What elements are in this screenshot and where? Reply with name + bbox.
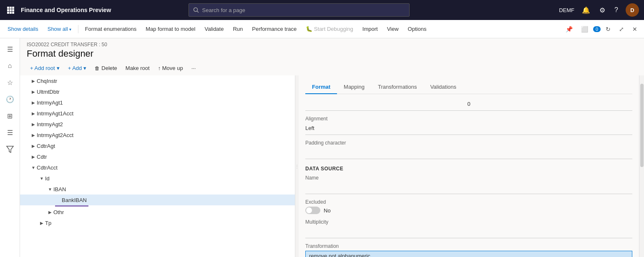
expand-chqinstr-icon: ▶: [30, 77, 37, 84]
notification-icon[interactable]: 🔔: [580, 5, 592, 15]
search-bar[interactable]: [189, 3, 410, 17]
tab-format[interactable]: Format: [305, 80, 337, 94]
cmd-right-actions: 📌 ⬜ 0 ↻ ⤢ ✕: [562, 23, 641, 35]
breadcrumb: ISO20022 CREDIT TRANSFER : 50: [27, 42, 637, 47]
sidebar-icons: ☰ ⌂ ☆ 🕐 ⊞ ☰: [0, 38, 20, 257]
tree-item-chqinstr[interactable]: ▶ ChqInstr: [20, 75, 295, 86]
excluded-toggle-container: No: [305, 207, 632, 214]
performance-trace-button[interactable]: Performance trace: [248, 23, 301, 35]
delete-button[interactable]: 🗑 Delete: [91, 63, 121, 73]
more-button[interactable]: ···: [188, 63, 199, 73]
validate-button[interactable]: Validate: [200, 23, 228, 35]
tree-item-othr[interactable]: ▶ Othr: [20, 207, 295, 217]
alignment-label: Alignment: [305, 116, 632, 122]
settings-gear-icon[interactable]: ⚙: [598, 5, 607, 15]
multiplicity-value: [305, 227, 632, 238]
expand-intrmyagt1acct-icon: ▶: [30, 110, 37, 117]
expand-cdtracct-icon: ▼: [30, 164, 37, 171]
hamburger-menu-icon[interactable]: ☰: [3, 42, 18, 57]
add-label: + Add: [68, 65, 82, 71]
tab-mapping[interactable]: Mapping: [337, 80, 371, 94]
tree-item-id[interactable]: ▼ Id: [20, 173, 295, 184]
grid-view-icon[interactable]: ⊞: [3, 108, 18, 123]
recent-icon[interactable]: 🕐: [3, 92, 18, 107]
filter-icon[interactable]: [6, 145, 14, 153]
scrollbar-thumb: [640, 84, 644, 167]
tree-item-iban[interactable]: ▼ IBAN: [20, 184, 295, 195]
map-format-to-model-button[interactable]: Map format to model: [141, 23, 199, 35]
search-icon: [193, 7, 199, 13]
expand-cdtragt-icon: ▶: [30, 142, 37, 149]
tab-validations[interactable]: Validations: [423, 80, 463, 94]
svg-rect-3: [7, 9, 9, 11]
top-navigation: Finance and Operations Preview DEMF 🔔 ⚙ …: [0, 0, 644, 20]
split-view-icon[interactable]: ⬜: [578, 23, 591, 35]
options-button[interactable]: Options: [404, 23, 431, 35]
star-favorites-icon[interactable]: ☆: [3, 75, 18, 90]
show-details-button[interactable]: Show details: [3, 23, 43, 35]
multiplicity-field-row: Multiplicity: [305, 219, 632, 238]
add-root-arrow: ▾: [57, 65, 60, 71]
svg-rect-1: [10, 7, 12, 9]
tree-item-ultmtdbtr[interactable]: ▶ UltmtDbtr: [20, 86, 295, 97]
right-scrollbar[interactable]: [639, 75, 644, 257]
length-field-row: 0: [305, 99, 632, 111]
pane-divider[interactable]: ⋮: [295, 75, 299, 257]
make-root-button[interactable]: Make root: [122, 63, 153, 73]
nav-right: DEMF 🔔 ⚙ ? D: [559, 3, 639, 17]
tree-item-intrmyagt1acct[interactable]: ▶ IntrmyAgt1Acct: [20, 108, 295, 119]
grid-menu-icon[interactable]: [5, 5, 16, 15]
tree-item-intrmyagt1[interactable]: ▶ IntrmyAgt1: [20, 97, 295, 108]
run-button[interactable]: Run: [229, 23, 247, 35]
excluded-toggle-label: No: [324, 207, 331, 214]
tree-item-intrmyagt2[interactable]: ▶ IntrmyAgt2: [20, 119, 295, 130]
padding-char-label: Padding character: [305, 140, 632, 146]
add-root-button[interactable]: + Add root ▾: [27, 63, 63, 73]
svg-line-10: [197, 11, 199, 13]
separator-1: [78, 25, 78, 33]
close-icon[interactable]: ✕: [629, 23, 641, 35]
padding-char-value: [305, 147, 632, 159]
tree-item-cdtr[interactable]: ▶ Cdtr: [20, 151, 295, 162]
tree-panel: ▶ ChqInstr ▶ UltmtDbtr ▶ IntrmyAgt1 ▶ In…: [20, 75, 295, 257]
search-input[interactable]: [202, 7, 405, 13]
list-view-icon[interactable]: ☰: [3, 125, 18, 140]
split-pane: ▶ ChqInstr ▶ UltmtDbtr ▶ IntrmyAgt1 ▶ In…: [20, 75, 644, 257]
refresh-icon[interactable]: ↻: [602, 23, 614, 35]
home-icon[interactable]: ⌂: [3, 58, 18, 73]
move-up-button[interactable]: ↑ Move up: [155, 63, 186, 73]
content-area: ISO20022 CREDIT TRANSFER : 50 Format des…: [20, 38, 644, 257]
username: DEMF: [559, 7, 574, 13]
padding-char-field-row: Padding character: [305, 140, 632, 159]
add-button[interactable]: + Add ▾: [65, 63, 90, 73]
multiplicity-label: Multiplicity: [305, 219, 632, 225]
avatar[interactable]: D: [626, 3, 639, 17]
tab-transformations[interactable]: Transformations: [371, 80, 423, 94]
alignment-value[interactable]: Left: [305, 123, 632, 135]
start-debugging-button[interactable]: 🐛 Start Debugging: [302, 23, 357, 35]
tree-item-intrmyagt2acct[interactable]: ▶ IntrmyAgt2Acct: [20, 130, 295, 140]
excluded-toggle[interactable]: [305, 207, 320, 214]
details-panel: Format Mapping Transformations Validatio…: [299, 75, 639, 257]
tree-item-cdtracct[interactable]: ▼ CdtrAcct: [20, 162, 295, 173]
svg-marker-11: [7, 146, 13, 152]
detail-tabs: Format Mapping Transformations Validatio…: [305, 80, 632, 94]
tree-item-tp[interactable]: ▶ Tp: [20, 217, 295, 228]
add-arrow: ▾: [83, 65, 86, 71]
tree-item-bankiban[interactable]: BankIBAN: [20, 195, 295, 205]
svg-rect-6: [7, 12, 9, 14]
tree-item-cdtragt[interactable]: ▶ CdtrAgt: [20, 140, 295, 151]
pin-icon[interactable]: 📌: [562, 23, 576, 35]
view-button[interactable]: View: [383, 23, 403, 35]
help-icon[interactable]: ?: [613, 5, 620, 15]
expand-intrmyagt2acct-icon: ▶: [30, 132, 37, 138]
transformation-value[interactable]: remove not alphanumeric: [305, 251, 632, 257]
excluded-field-row: Excluded No: [305, 199, 632, 214]
show-all-button[interactable]: Show all: [43, 23, 75, 35]
import-button[interactable]: Import: [358, 23, 382, 35]
expand-icon[interactable]: ⤢: [616, 23, 627, 35]
format-enumerations-button[interactable]: Format enumerations: [81, 23, 141, 35]
name-value: [305, 182, 632, 194]
toggle-knob: [306, 207, 312, 213]
length-value: 0: [305, 99, 632, 111]
